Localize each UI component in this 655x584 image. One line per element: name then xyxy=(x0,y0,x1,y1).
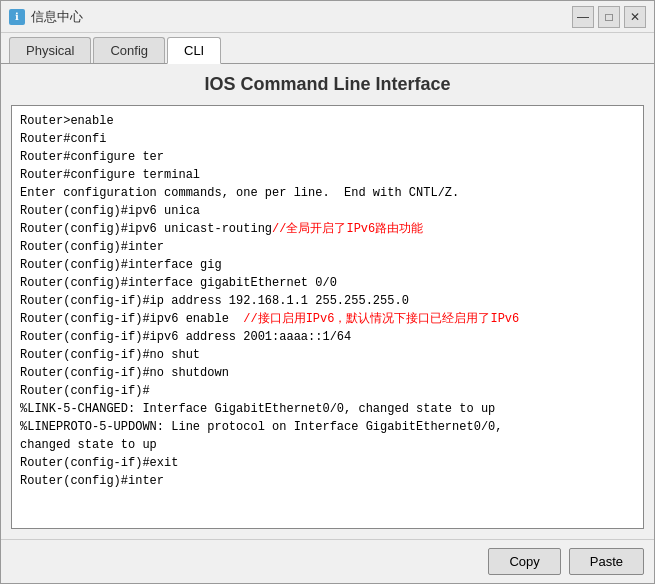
terminal-line: Router(config)#ipv6 unicast-routing//全局开… xyxy=(20,220,635,238)
comment-text: //接口启用IPv6，默认情况下接口已经启用了IPv6 xyxy=(229,312,519,326)
terminal-line: %LINK-5-CHANGED: Interface GigabitEthern… xyxy=(20,400,635,418)
terminal-line: Router>enable xyxy=(20,112,635,130)
terminal-line: Router(config-if)#no shut xyxy=(20,346,635,364)
terminal-line: Router(config)#interface gig xyxy=(20,256,635,274)
main-content: IOS Command Line Interface Router>enable… xyxy=(1,64,654,539)
title-bar-left: ℹ 信息中心 xyxy=(9,8,83,26)
copy-button[interactable]: Copy xyxy=(488,548,560,575)
comment-text: //全局开启了IPv6路由功能 xyxy=(272,222,423,236)
tab-config[interactable]: Config xyxy=(93,37,165,63)
terminal-line: Router(config-if)# xyxy=(20,382,635,400)
maximize-button[interactable]: □ xyxy=(598,6,620,28)
title-bar: ℹ 信息中心 — □ ✕ xyxy=(1,1,654,33)
terminal-line: Router#configure terminal xyxy=(20,166,635,184)
terminal-line: changed state to up xyxy=(20,436,635,454)
section-title: IOS Command Line Interface xyxy=(11,74,644,95)
terminal-line: Router(config)#ipv6 unica xyxy=(20,202,635,220)
bottom-bar: Copy Paste xyxy=(1,539,654,583)
tab-physical[interactable]: Physical xyxy=(9,37,91,63)
tab-cli[interactable]: CLI xyxy=(167,37,221,64)
app-icon: ℹ xyxy=(9,9,25,25)
terminal-line: Enter configuration commands, one per li… xyxy=(20,184,635,202)
terminal-line: Router#confi xyxy=(20,130,635,148)
minimize-button[interactable]: — xyxy=(572,6,594,28)
terminal-line: %LINEPROTO-5-UPDOWN: Line protocol on In… xyxy=(20,418,635,436)
terminal-line: Router(config-if)#no shutdown xyxy=(20,364,635,382)
paste-button[interactable]: Paste xyxy=(569,548,644,575)
terminal-line: Router(config)#inter xyxy=(20,472,635,490)
close-button[interactable]: ✕ xyxy=(624,6,646,28)
main-window: ℹ 信息中心 — □ ✕ Physical Config CLI IOS Com… xyxy=(0,0,655,584)
window-title: 信息中心 xyxy=(31,8,83,26)
terminal-line: Router(config-if)#exit xyxy=(20,454,635,472)
terminal-line: Router(config)#interface gigabitEthernet… xyxy=(20,274,635,292)
terminal-output[interactable]: Router>enableRouter#confiRouter#configur… xyxy=(11,105,644,529)
title-controls: — □ ✕ xyxy=(572,6,646,28)
terminal-line: Router#configure ter xyxy=(20,148,635,166)
terminal-line: Router(config)#inter xyxy=(20,238,635,256)
terminal-line: Router(config-if)#ip address 192.168.1.1… xyxy=(20,292,635,310)
terminal-line: Router(config-if)#ipv6 enable //接口启用IPv6… xyxy=(20,310,635,328)
terminal-line: Router(config-if)#ipv6 address 2001:aaaa… xyxy=(20,328,635,346)
tab-bar: Physical Config CLI xyxy=(1,33,654,64)
